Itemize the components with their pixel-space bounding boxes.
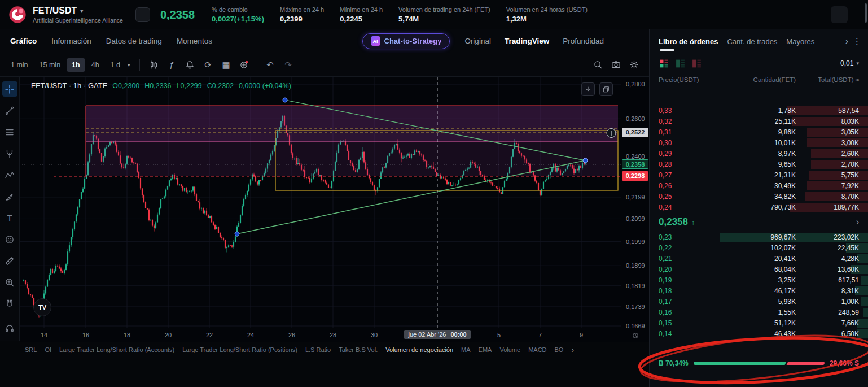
layout-button[interactable]: ▦ [218,56,235,73]
bid-row[interactable]: 0,1846,17K8,31K [650,285,868,296]
tab-momentos[interactable]: Momentos [177,37,212,45]
ask-row[interactable]: 0,289,65K2,70K [650,159,868,169]
indicator-volume[interactable]: Volume [499,346,520,353]
indicator-large-trader-long-short-ratio-accounts[interactable]: Large Trader Long/Short Ratio (Accounts) [59,346,174,353]
undo-button[interactable]: ↶ [262,56,279,73]
chevron-right-icon[interactable]: › [571,345,574,354]
settings-button[interactable] [625,56,642,73]
indicator-ema[interactable]: EMA [479,346,492,353]
scroll-to-recent-button[interactable] [581,82,595,96]
favorite-button[interactable] [135,7,150,22]
measure-tool[interactable] [2,253,17,268]
brush-tool[interactable] [2,189,17,204]
interval-15-min[interactable]: 15 min [34,58,66,72]
template-plus-button[interactable] [236,56,253,73]
ask-row[interactable]: 0,2630,49K7,92K [650,180,868,191]
headset-tool[interactable] [2,320,17,336]
book-bids-icon[interactable] [675,58,686,69]
bid-row[interactable]: 0,161,55K248,59 [650,307,868,318]
orderbook-tab-mayores[interactable]: Mayores [786,29,814,53]
indicator-volumen-de-negociacion[interactable]: Volumen de negociación [385,346,453,353]
tab-informacion[interactable]: Información [51,37,91,45]
restore-pane-button[interactable] [599,82,613,96]
emoji-tool[interactable] [2,232,17,247]
bid-row[interactable]: 0,2120,41K4,28K [650,253,868,264]
ask-row[interactable]: 0,3010,01K3,00K [650,137,868,148]
interval-4h[interactable]: 4h [86,58,104,72]
price-axis[interactable]: 0,28000,26000,24000,21990,20990,19990,18… [621,77,649,328]
indicator-oi[interactable]: OI [45,346,51,353]
crosshair-tool[interactable] [2,81,17,97]
indicators-icon: ƒ [169,60,174,69]
tradingview-logo[interactable]: TV [33,298,51,316]
orderbook-tab-libro-de-ordenes[interactable]: Libro de órdenes [659,29,718,53]
redo-button[interactable]: ↷ [280,56,297,73]
candlestick-chart[interactable] [20,77,621,328]
chart-plot[interactable]: FET/USDT · 1h · GATE O0,2300 H0,2336 L0,… [20,77,621,328]
chevron-right-icon[interactable]: › [845,36,848,46]
ask-row[interactable]: 0,2534,82K8,70K [650,191,868,202]
last-trade-row[interactable]: 0,2358 ↑ › [650,212,868,232]
zoom-tool[interactable] [2,275,17,290]
chevron-right-icon[interactable]: › [856,217,859,227]
tab-datos-de-trading[interactable]: Datos de trading [106,37,162,45]
indicator-large-trader-long-short-ratio-positions[interactable]: Large Trader Long/Short Ratio (Positions… [182,346,297,353]
book-asks-icon[interactable] [691,58,702,69]
indicator-bo[interactable]: BO [555,346,564,353]
ask-row[interactable]: 0,331,78K587,54 [650,105,868,116]
kebab-icon[interactable]: ⋮ [853,36,861,46]
pair-caret-icon[interactable]: ▾ [80,8,83,14]
orderbook-tab-cant-de-trades[interactable]: Cant. de trades [727,29,777,53]
interval-1-min[interactable]: 1 min [6,58,33,72]
book-both-icon[interactable] [659,58,669,69]
search-button[interactable] [589,56,606,73]
bid-row[interactable]: 0,22102,07K22,45K [650,242,868,253]
tab-grafico[interactable]: Gráfico [10,37,37,45]
precision-selector[interactable]: 0,01 ▾ [840,59,859,67]
chart-tab-tradingview[interactable]: TradingView [505,37,549,45]
chart-tab-original[interactable]: Original [464,37,491,45]
time-axis[interactable]: 141618202224262830579jue 02 Abr '2600:00 [20,328,621,342]
ask-row[interactable]: 0,298,97K2,60K [650,148,868,159]
chart-tab-profundidad[interactable]: Profundidad [563,37,604,45]
replay-button[interactable]: ⟳ [200,56,217,73]
gate-logo[interactable] [8,5,27,24]
indicator-srl[interactable]: SRL [25,346,37,353]
bid-row[interactable]: 0,193,25K617,51 [650,275,868,285]
bid-row[interactable]: 0,23969,67K223,02K [650,232,868,242]
ai-chat-strategy-button[interactable]: AI Chat-to-Strategy [362,33,450,49]
indicator-taker-b-s-vol[interactable]: Taker B.S Vol. [339,346,378,353]
camera-button[interactable] [607,56,624,73]
fib-lines-tool[interactable] [2,124,17,140]
indicator-l-s-ratio[interactable]: L.S Ratio [305,346,331,353]
pitchfork-tool[interactable] [2,146,17,161]
fullscreen-icon[interactable] [608,34,623,49]
panel-toggle-icon[interactable] [628,34,642,49]
order-amount: 3,25K [707,276,796,284]
pair-title[interactable]: FET/USDT [33,6,77,16]
ask-row[interactable]: 0,319,86K3,05K [650,127,868,137]
ask-row[interactable]: 0,24790,73K189,77K [650,202,868,212]
interval-1h[interactable]: 1h [67,58,85,72]
bid-row[interactable]: 0,1446,43K6,50K [650,328,868,339]
bid-row[interactable]: 0,1551,12K7,66K [650,318,868,328]
indicator-macd[interactable]: MACD [528,346,546,353]
ask-row[interactable]: 0,3225,11K8,03K [650,116,868,127]
interval-1-d[interactable]: 1 d [106,58,125,72]
announcement-button[interactable] [831,6,848,23]
legend-symbol[interactable]: FET/USDT · 1h · GATE [31,81,107,90]
candles-button[interactable] [146,56,163,73]
alert-button[interactable] [182,56,199,73]
pattern-tool[interactable] [2,167,17,182]
ask-row[interactable]: 0,2721,31K5,75K [650,169,868,180]
magnet-tool[interactable] [2,296,17,311]
bid-row[interactable]: 0,2068,04K13,60K [650,264,868,275]
indicators-button[interactable]: ƒ [164,56,181,73]
trendline-tool[interactable] [2,103,17,118]
bid-row[interactable]: 0,175,93K1,00K [650,296,868,307]
caret-down-icon[interactable]: ▾ [128,62,130,68]
text-tool-tool[interactable]: T [2,210,17,225]
scrollbar-thumb[interactable] [865,3,867,23]
axis-corner[interactable] [621,328,649,342]
indicator-ma[interactable]: MA [461,346,471,353]
